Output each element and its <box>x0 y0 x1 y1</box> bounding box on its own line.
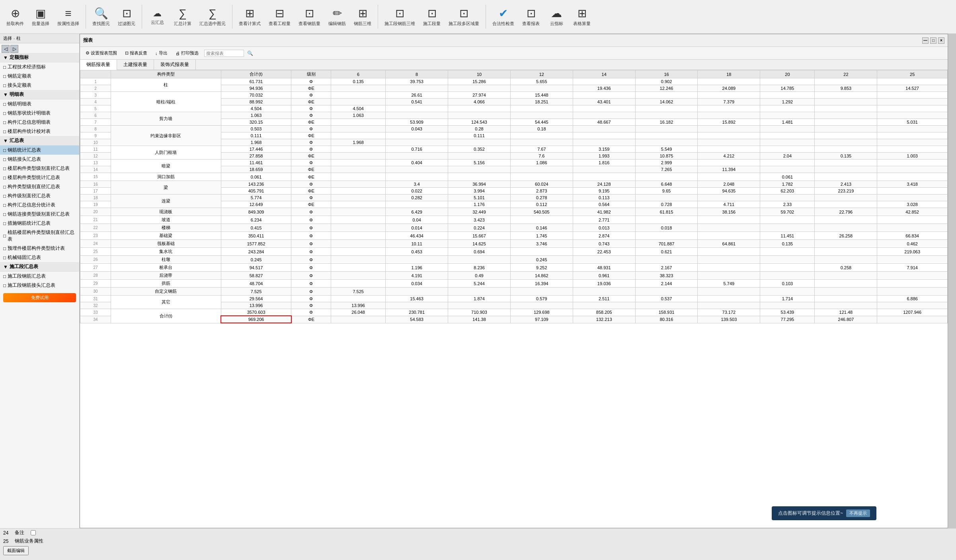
tree-item-engineering-index[interactable]: □工程技术经济指标 <box>0 62 79 72</box>
cloud-index-btn[interactable]: ☁ 云指标 <box>544 5 568 28</box>
stage-qty-btn[interactable]: ⊡ 施工段量 <box>420 5 444 28</box>
bottom-bar: 24 备注 25 钢筋业务属性 截面编辑 <box>0 528 956 560</box>
cell-c14: 48.931 <box>573 264 635 272</box>
tree-item-measure-rebar[interactable]: □措施钢筋统计汇总表 <box>0 219 79 228</box>
cell-c25 <box>877 188 948 194</box>
edit-rebar-btn[interactable]: ✏ 编辑钢筋 <box>325 5 349 28</box>
cell-c18 <box>698 288 760 296</box>
tab-rebar[interactable]: 钢筋报表量 <box>80 60 117 70</box>
cell-grade: ΦE <box>291 201 331 208</box>
cell-c8: 15.463 <box>386 296 448 302</box>
cell-c8: 6.429 <box>386 208 448 216</box>
filter-element-btn[interactable]: ⊡ 过滤图元 <box>115 5 139 28</box>
row-num: 11 <box>80 146 111 153</box>
section-edit-btn[interactable]: 截面编辑 <box>3 546 29 555</box>
cell-c22 <box>815 280 877 288</box>
tree-item-comp-dia[interactable]: □构件级别直径汇总表 <box>0 191 79 200</box>
tree-item-stage-rebar[interactable]: □施工段钢筋汇总表 <box>0 272 79 281</box>
tree-section-stage[interactable]: ▼ 施工段汇总表 <box>0 262 79 272</box>
bottom-checkbox1[interactable] <box>31 530 36 535</box>
cell-c14 <box>573 126 635 132</box>
tree-item-floor-type-stat[interactable]: □楼层构件类型统计汇总表 <box>0 173 79 182</box>
cell-total: 1.063 <box>221 112 291 119</box>
maximize-btn[interactable]: □ <box>930 37 936 44</box>
close-btn[interactable]: × <box>938 37 944 44</box>
cell-c18 <box>698 272 760 280</box>
cell-c8: 10.11 <box>386 240 448 248</box>
tree-section-detail[interactable]: ▼ 明细表 <box>0 90 79 99</box>
table-calc-btn[interactable]: ⊞ 表格算量 <box>570 5 594 28</box>
cell-c22 <box>815 216 877 224</box>
calc-selected-btn[interactable]: ∑ 汇总选中图元 <box>196 6 229 28</box>
reverse-icon: ⊡ <box>125 51 129 56</box>
search-input[interactable] <box>204 50 244 57</box>
cell-c18 <box>698 92 760 99</box>
cell-c22: 2.413 <box>815 181 877 188</box>
select-component-btn[interactable]: ⊕ 拾取构件 <box>3 5 27 28</box>
cell-total: 969.206 <box>221 316 291 323</box>
print-icon: 🖨 <box>176 51 180 56</box>
cell-c8: 39.753 <box>386 78 448 85</box>
cell-c12 <box>510 105 573 112</box>
left-nav-btn1[interactable]: ◁ <box>2 45 10 53</box>
tab-civil[interactable]: 土建报表量 <box>117 60 154 70</box>
property-select-btn[interactable]: ≡ 按属性选择 <box>54 6 82 28</box>
cell-c10 <box>448 105 511 112</box>
cell-c14 <box>573 288 635 296</box>
cell-type: 暗梁 <box>111 159 221 173</box>
batch-select-btn[interactable]: ▣ 批量选择 <box>29 5 53 28</box>
tree-item-anchor[interactable]: □机械锚固汇总表 <box>0 253 79 262</box>
tree-item-conn-type-dia[interactable]: □钢筋连接类型级别直径汇总表 <box>0 210 79 219</box>
view-quantity-btn[interactable]: ⊟ 查看工程量 <box>265 5 294 28</box>
tree-item-joint-summary[interactable]: □钢筋接头汇总表 <box>0 155 79 164</box>
tab-decoration[interactable]: 装饰式报表量 <box>154 60 196 70</box>
tree-section-summary[interactable]: ▼ 汇总表 <box>0 136 79 146</box>
doc-icon5: □ <box>3 111 6 116</box>
minimize-btn[interactable]: — <box>922 37 929 44</box>
tree-item-plant-rebar[interactable]: □植筋楼层构件类型级别直径汇总表 <box>0 228 79 244</box>
cell-c25: 5.031 <box>877 119 948 126</box>
tree-item-comp-type-dia[interactable]: □构件类型级别直径汇总表 <box>0 182 79 191</box>
view-formula-btn[interactable]: ⊞ 查看计算式 <box>236 5 264 28</box>
legality-check-btn[interactable]: ✔ 合法性检查 <box>489 5 517 28</box>
cell-c14: 2.511 <box>573 296 635 302</box>
cell-grade: Φ <box>291 272 331 280</box>
reverse-btn[interactable]: ⊡ 报表反查 <box>123 49 150 57</box>
cell-c18 <box>698 194 760 201</box>
free-trial-badge[interactable]: 免费试用 <box>3 293 76 302</box>
tree-item-rebar-quota[interactable]: □钢筋定额表 <box>0 72 79 81</box>
view-report-btn[interactable]: ⊡ 查看报表 <box>519 5 543 28</box>
print-btn[interactable]: 🖨 打印预选 <box>173 49 201 57</box>
cell-c22 <box>815 159 877 166</box>
toast-close-btn[interactable]: 不再提示 <box>846 509 870 517</box>
left-nav-btn2[interactable]: ▷ <box>10 45 18 53</box>
settings-btn[interactable]: ⚙ 设置报表范围 <box>83 49 119 57</box>
tree-section-quota[interactable]: ▼ 定额指标 <box>0 53 79 62</box>
find-element-btn[interactable]: 🔍 查找图元 <box>89 5 113 28</box>
cell-c6 <box>331 92 386 99</box>
tree-item-shape-detail[interactable]: □钢筋形状统计明细表 <box>0 109 79 118</box>
cell-grade: Φ <box>291 280 331 288</box>
tree-item-rebar-detail[interactable]: □钢筋明细表 <box>0 99 79 109</box>
search-icon[interactable]: 🔍 <box>247 51 253 56</box>
cell-c16: 7.265 <box>635 166 698 173</box>
tree-item-component-info[interactable]: □构件汇总信息明细表 <box>0 118 79 127</box>
cell-c25: 3.028 <box>877 201 948 208</box>
tree-item-floor-check[interactable]: □楼层构件统计校对表 <box>0 127 79 136</box>
stage-rebar3d-btn[interactable]: ⊡ 施工段钢筋三维 <box>381 5 418 28</box>
cloud-sum-btn[interactable]: ☁ 云汇总 <box>145 7 169 27</box>
tree-item-rebar-summary[interactable]: □钢筋统计汇总表 <box>0 146 79 155</box>
cell-c22 <box>815 256 877 264</box>
rebar-3d-btn[interactable]: ⊞ 钢筋三维 <box>351 5 375 28</box>
view-rebar-btn[interactable]: ⊡ 查看钢筋量 <box>295 5 324 28</box>
cell-c12: 97.109 <box>510 316 573 323</box>
export-btn[interactable]: ↓ 导出 <box>153 49 170 57</box>
stage-region-btn[interactable]: ⊡ 施工段多区域量 <box>445 5 482 28</box>
row-num: 20 <box>80 208 111 216</box>
tree-item-comp-info-stat[interactable]: □构件汇总信息分统计表 <box>0 200 79 210</box>
tree-item-floor-type-dia[interactable]: □楼层构件类型级别直径汇总表 <box>0 164 79 173</box>
calc-sum-btn[interactable]: ∑ 汇总计算 <box>171 6 195 28</box>
tree-item-embed-comp[interactable]: □预埋件楼层构件类型统计表 <box>0 244 79 253</box>
tree-item-stage-joint[interactable]: □施工段钢筋接头汇总表 <box>0 281 79 290</box>
tree-item-joint-quota[interactable]: □接头定额表 <box>0 81 79 90</box>
